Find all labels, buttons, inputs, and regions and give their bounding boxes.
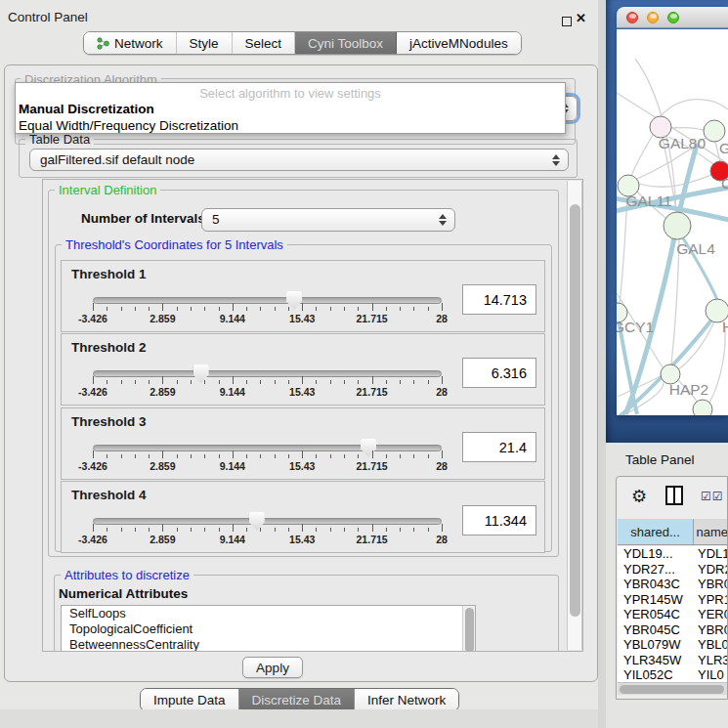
network-node-label: C [721,175,728,192]
slider-scale-label: -3.426 [78,460,107,472]
slider-tick [219,307,220,311]
threshold-value-field[interactable]: 11.344 [462,505,536,535]
table-rows: YDL19...YDL1YDR27...YDR2YBR043CYBR0YPR14… [618,546,728,682]
tab-infer-network[interactable]: Infer Network [355,689,458,710]
slider-tick [177,380,178,384]
minimize-window-icon[interactable] [647,12,659,23]
table-cell: YIL052C [618,667,694,682]
slider-tick [135,528,136,532]
tab-discretize-data[interactable]: Discretize Data [239,689,356,710]
table-row[interactable]: YDR27...YDR2 [618,562,728,578]
slider-scale-label: 2.859 [150,386,175,398]
threshold-value-field[interactable]: 6.316 [462,358,536,388]
threshold-coordinates-group: Threshold's Coordinates for 5 Intervals … [55,244,552,552]
slider-tick [260,528,261,532]
slider-tick [162,524,163,532]
table-row[interactable]: YPR145WYPR1 [618,592,728,608]
tab-network[interactable]: Network [84,32,177,54]
network-node-label: GCY1 [617,319,654,335]
slider-tick [135,307,136,311]
threshold-value-field[interactable]: 21.4 [462,432,536,462]
close-window-icon[interactable] [626,12,638,23]
columns-icon[interactable] [665,486,683,505]
slider-tick [372,376,373,384]
slider-tick [162,450,163,458]
slider-tick [204,380,205,384]
slider-tick [288,307,289,311]
bottom-tab-bar: Impute Data Discretize Data Infer Networ… [140,688,459,711]
screenshot-root: { "panel": { "title": "Control Panel", "… [0,0,728,728]
slider-tick [344,454,345,458]
table-row[interactable]: YDL19...YDL1 [618,546,728,562]
list-item[interactable]: TopologicalCoefficient [62,621,475,637]
slider-tick [372,450,373,458]
slider-tick [246,454,247,458]
number-of-intervals-combo[interactable]: 5 [201,208,455,232]
dropdown-option-equal-width[interactable]: Equal Width/Frequency Discretization [16,117,565,134]
table-row[interactable]: YIL052CYIL0 [618,667,728,682]
numerical-attributes-list[interactable]: SelfLoopsTopologicalCoefficientBetweenne… [61,605,476,652]
tab-cyni-toolbox[interactable]: Cyni Toolbox [295,32,397,54]
tab-select[interactable]: Select [233,32,296,54]
table-row[interactable]: YBL079WYBL0 [618,637,728,653]
table-data-combo-value: galFiltered.sif default node [40,152,194,167]
zoom-window-icon[interactable] [667,12,679,23]
table-hscrollbar-thumb[interactable] [620,685,724,694]
threshold-label: Threshold 4 [71,488,147,502]
column-header-shared-name[interactable]: shared... [618,519,694,544]
network-window-titlebar[interactable] [617,7,728,28]
table-cell: YER0 [694,607,728,622]
slider-tick [121,307,122,311]
slider-scale-labels: -3.4262.8599.14415.4321.71528 [93,386,442,399]
list-item[interactable]: BetweennessCentrality [62,637,475,652]
slider-tick [219,380,220,384]
table-row[interactable]: YLR345WYLR3 [618,653,728,668]
table-row[interactable]: YBR043CYBR0 [618,577,728,592]
network-node-label: H [722,319,728,335]
gear-icon[interactable]: ⚙ [631,486,647,507]
slider-tick [386,528,387,532]
network-node[interactable] [693,400,712,415]
slider-tick [316,454,317,458]
slider-tick [413,307,414,311]
list-item[interactable]: SelfLoops [62,606,475,621]
panel-divider[interactable] [598,0,606,728]
list-scrollbar-thumb[interactable] [465,608,474,652]
table-horizontal-scrollbar[interactable] [618,682,728,695]
select-columns-checkbox-icons[interactable]: ☑☑ [701,490,724,503]
list-scrollbar[interactable] [462,606,475,652]
tab-jactivemnodules[interactable]: jActiveMNodules [397,32,521,54]
spinner-icon [439,214,448,226]
slider-tick [191,380,192,384]
table-row[interactable]: YBR045CYBR0 [618,622,728,638]
interval-definition-group: Interval Definition Number of Intervals … [48,190,559,557]
network-node[interactable] [704,120,725,142]
slider-tick [386,307,387,311]
slider-tick [260,380,261,384]
panel-title: Control Panel [8,10,88,24]
settings-scrollbar-thumb[interactable] [570,204,580,617]
dropdown-option-manual[interactable]: Manual Discretization [16,101,565,117]
tab-style[interactable]: Style [177,32,233,54]
float-panel-icon[interactable] [562,17,572,26]
threshold-value-field[interactable]: 14.713 [462,284,536,315]
column-header-name[interactable]: name [694,519,728,544]
table-panel: ⚙ ☑☑ shared... name YDL19...YDL1YDR27...… [616,476,728,700]
close-panel-icon[interactable]: ✕ [576,11,586,25]
settings-scrollbar[interactable] [567,181,582,650]
table-cell: YPR145W [618,592,694,608]
slider-tick [330,380,331,384]
apply-button[interactable]: Apply [242,657,303,678]
slider-tick [358,454,359,458]
network-canvas[interactable]: GAL80GAL11GAL4GCY1HHAP2 GAC [617,29,728,415]
network-node-label: HAP2 [669,381,709,398]
tab-impute-data[interactable]: Impute Data [141,689,239,710]
slider-tick [302,450,303,458]
slider-tick [121,380,122,384]
slider-tick [330,307,331,311]
network-node[interactable] [664,212,691,239]
table-data-combo[interactable]: galFiltered.sif default node [29,149,569,171]
slider-tick [344,380,345,384]
table-row[interactable]: YER054CYER0 [618,607,728,622]
table-cell: YBR043C [618,577,694,592]
